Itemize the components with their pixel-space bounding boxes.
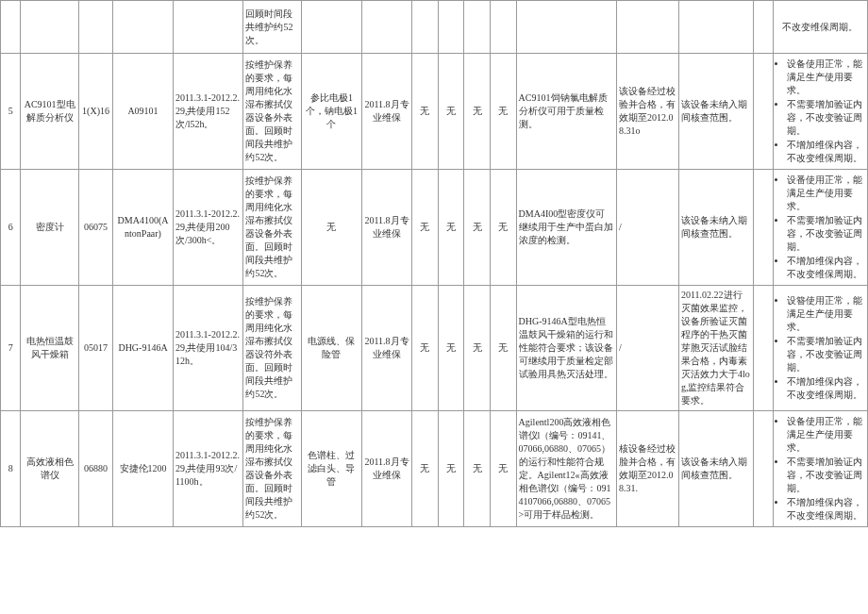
cell [302,1,362,54]
remarks-item: 不需要增加验证内容，不改变验证周期。 [787,456,865,495]
cell: 按维护保养的要求，每周用纯化水湿布擦拭仪器设备外表面。回顾时间段共维护约52次。 [243,411,302,527]
cell: DHG-9146A [113,286,174,411]
cell: 按维护保养的要求，每周用纯化水湿布擦拭仪器设符外表面。回顾时间段共维护约52次。 [243,286,302,411]
cell: 核设备经过校脸并合格，有效期至2012.08.31. [616,411,678,527]
cell: DMA4100(AntonPaar) [113,170,174,286]
cell: 按维护保养的要求，每周用纯化水湿布擦拭仪器设备外表面。回顾时间段共维护约52次。 [243,170,302,286]
cell [753,286,773,411]
remarks-item: 设备使用正常，能满足生产使用要求。 [787,58,865,97]
cell: 7 [1,286,21,411]
cell: 2011.02.22进行灭菌效果监控，设备所验证灭菌程序的干热灭菌芽胞灭活试脸结… [678,286,753,411]
table-row: 8高效液相色谱仪06880安捷伦12002011.3.1-2012.2.29,共… [1,411,868,527]
cell: 无 [438,54,464,170]
cell: 无 [464,411,491,527]
table-row: 6密度计06075DMA4100(AntonPaar)2011.3.1-2012… [1,170,868,286]
cell: 设番使用正常，能满足生产使用要求。不需要增加验证内容，不改变验证周期。不增加维保… [773,170,867,286]
cell [490,1,516,54]
cell: 电热恒温鼓风干燥箱 [21,286,79,411]
cell: 无 [412,411,439,527]
remarks-item: 不需要增加验证内容，不改变验证周期。 [787,335,865,374]
remarks-item: 设备使用正常，能满足生产使用要求。 [787,415,865,455]
cell: DHG-9146A型电热恒温鼓风干燥箱的运行和性能符合要求；该设备可继续用于质量… [516,286,616,411]
cell: 无 [464,170,491,286]
remarks-item: 不增加维保内容，不改变维保周期。 [787,496,865,523]
cell: 1(X)16 [78,54,112,170]
cell: 2011.3.1-2012.2.29,共使用104/312h。 [173,286,242,411]
cell: 该设备未纳入期间核查范围。 [678,170,753,286]
remarks-item: 设簪使用正常，能满足生产使用要求。 [787,294,865,334]
remarks-item: 不需要增加验证内容，不改变验证周期。 [787,214,865,254]
cell: 该设备未纳入期间核查范围。 [678,54,753,170]
cell: 参比电极1个，钠电极1个 [302,54,362,170]
cell: 安捷伦1200 [113,411,174,527]
remarks-item: 不增加维保内容，不改变维保周期。 [787,375,865,402]
cell: 8 [1,411,21,527]
cell: / [616,170,678,286]
cell: 设备使用正常，能满足生产使用要求。不需要增加验证内容，不改变验证周期。不增加维保… [773,411,867,527]
cell: 2011.8月专业维保 [361,286,411,411]
cell: A09101 [113,54,174,170]
cell: 2011.8月专业维保 [361,411,411,527]
cell: 无 [490,54,516,170]
remarks-list: 设备使用正常，能满足生产使用要求。不需要增加验证内容，不改变验证周期。不增加维保… [776,58,865,165]
cell: 电源线、保险管 [302,286,362,411]
table-row: 5AC9101型电解质分析仪1(X)16A091012011.3.1-2012.… [1,54,868,170]
cell [361,1,411,54]
cell: 不改变维保周期。 [773,1,867,54]
cell [753,1,773,54]
cell: 回顾时间段共维护约52次。 [243,1,302,54]
cell: 2011.3.1-2012.2.29,共使用152次/l52h。 [173,54,242,170]
cell: DMA4I00型密度仪可继续用于生产中蛋白加浓度的检测。 [516,170,616,286]
cell: 该设备未纳入期间核查范围。 [678,411,753,527]
remarks-item: 不增加维保内容，不改变维保周期。 [787,139,865,165]
cell: 无 [412,54,439,170]
cell: 无 [438,411,464,527]
cell: 无 [438,170,464,286]
cell [678,1,753,54]
remarks-list: 设番使用正常，能满足生产使用要求。不需要增加验证内容，不改变验证周期。不增加维保… [776,174,865,281]
cell: 06075 [78,170,112,286]
cell [1,1,21,54]
cell: 密度计 [21,170,79,286]
equipment-table: 回顾时间段共维护约52次。不改变维保周期。5AC9101型电解质分析仪1(X)1… [0,0,868,527]
cell: 无 [490,286,516,411]
cell: 2011.3.1-2012.2.29,共使用200次/300h<。 [173,170,242,286]
cell [616,1,678,54]
cell [78,1,112,54]
cell: 该设备经过校验并合格，有效期至2012.08.31o [616,54,678,170]
cell: AC9101饲钠氯电解质分析仪可用于质量检测。 [516,54,616,170]
cell [516,1,616,54]
cell [753,54,773,170]
table-row: 7电热恒温鼓风干燥箱05017DHG-9146A2011.3.1-2012.2.… [1,286,868,411]
cell: 设簪使用正常，能满足生产使用要求。不需要增加验证内容，不改变验证周期。不增加维保… [773,286,867,411]
cell: 色谱柱、过滤白头、导管 [302,411,362,527]
cell: 无 [464,54,491,170]
cell: 无 [490,411,516,527]
cell: 无 [412,286,439,411]
remarks-item: 设番使用正常，能满足生产使用要求。 [787,174,865,213]
table-row-partial: 回顾时间段共维护约52次。不改变维保周期。 [1,1,868,54]
cell: 无 [490,170,516,286]
remarks-list: 设簪使用正常，能满足生产使用要求。不需要增加验证内容，不改变验证周期。不增加维保… [776,294,865,402]
cell: 2011.8月专业维保 [361,170,411,286]
cell: 5 [1,54,21,170]
cell: / [616,286,678,411]
cell: 06880 [78,411,112,527]
cell: Agilentl200高效液相色谱仪l（编号：09141、07066,06880… [516,411,616,527]
cell: 设备使用正常，能满足生产使用要求。不需要增加验证内容，不改变验证周期。不增加维保… [773,54,867,170]
cell: 6 [1,170,21,286]
cell [173,1,242,54]
cell: 高效液相色谱仪 [21,411,79,527]
remarks-item: 不需要增加验证内容，不改变验证周期。 [787,98,865,138]
cell: AC9101型电解质分析仪 [21,54,79,170]
cell: 无 [464,286,491,411]
cell: 无 [412,170,439,286]
cell [464,1,491,54]
cell [753,170,773,286]
remarks-list: 设备使用正常，能满足生产使用要求。不需要增加验证内容，不改变验证周期。不增加维保… [776,415,865,523]
remarks-item: 不增加维保内容，不改变维保周期。 [787,255,865,281]
cell [412,1,439,54]
cell [113,1,174,54]
cell: 05017 [78,286,112,411]
cell: 2011.8月专业维保 [361,54,411,170]
